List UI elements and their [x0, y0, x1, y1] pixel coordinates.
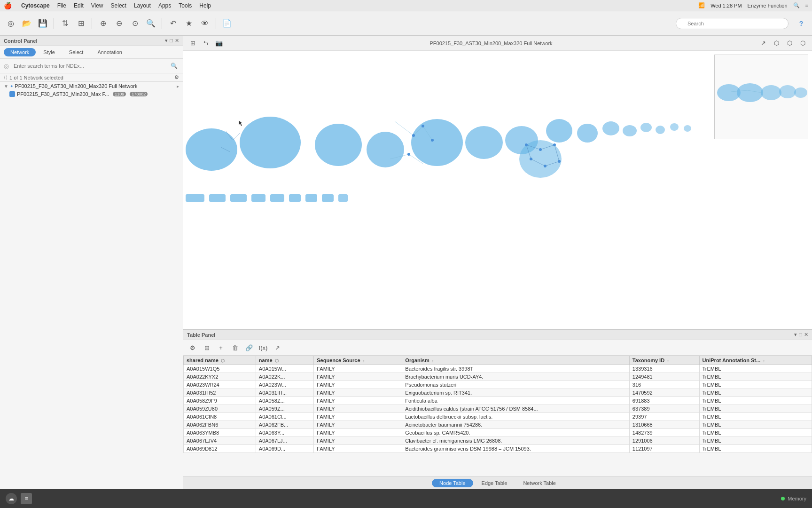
ndex-search-input[interactable]	[11, 61, 167, 71]
network-sub-item[interactable]: PF00215_F30_AST30_Min200_Max F... 1109 1…	[0, 90, 183, 98]
open-file-icon[interactable]: 📂	[20, 16, 34, 31]
menu-file[interactable]: File	[57, 2, 66, 9]
col-taxonomy-id[interactable]: Taxonomy ID ↕	[629, 356, 699, 365]
table-panel-header: Table Panel ▾ □ ✕	[183, 330, 812, 340]
cloud-icon[interactable]: ☁	[6, 493, 17, 504]
cell-sequence-source: FAMILY	[314, 405, 402, 413]
tab-style[interactable]: Style	[37, 48, 61, 56]
small-cluster-4	[251, 194, 265, 202]
panel-close-icon[interactable]: ✕	[175, 38, 179, 44]
table-function-icon[interactable]: f(x)	[258, 342, 269, 353]
menu-apps[interactable]: Apps	[158, 2, 171, 9]
network-canvas[interactable]	[183, 51, 812, 329]
table-row[interactable]: A0A022KYX2 A0A022K... FAMILY Brachybacte…	[184, 373, 812, 381]
small-cluster-5	[270, 194, 284, 202]
table-row[interactable]: A0A023WR24 A0A023W... FAMILY Pseudomonas…	[184, 381, 812, 389]
table-panel-maximize-icon[interactable]: □	[799, 332, 802, 338]
star-icon[interactable]: ★	[182, 16, 196, 31]
camera-icon[interactable]: 📷	[213, 38, 225, 49]
network-cluster-12	[640, 123, 652, 132]
table-delete-row-icon[interactable]: 🗑	[229, 342, 241, 353]
eye-icon[interactable]: 👁	[198, 16, 212, 31]
table-columns-icon[interactable]: ⊟	[201, 342, 212, 353]
save-icon[interactable]: 💾	[36, 16, 50, 31]
panel-maximize-icon[interactable]: □	[170, 38, 173, 44]
share-icon[interactable]: ⇆	[200, 38, 211, 49]
menu-tools[interactable]: Tools	[179, 2, 192, 9]
menubar-search-icon[interactable]: 🔍	[793, 2, 800, 8]
table-row[interactable]: A0A069D812 A0A069D... FAMILY Bacteroides…	[184, 445, 812, 453]
app-name[interactable]: Cytoscape	[21, 2, 50, 9]
table-panel-dropdown-icon[interactable]: ▾	[794, 332, 797, 338]
small-cluster-9	[338, 194, 348, 202]
layout-icon[interactable]: ⬡	[797, 38, 808, 49]
col-shared-name[interactable]: shared name ⬡	[184, 356, 256, 365]
expand-icon[interactable]: ▸	[177, 84, 179, 89]
export-network-icon[interactable]: ↗	[757, 38, 769, 49]
undo-icon[interactable]: ↶	[166, 16, 180, 31]
table-row[interactable]: A0A062FBN6 A0A062FB... FAMILY Acinetobac…	[184, 421, 812, 429]
cursor-svg	[239, 120, 244, 126]
table-wrapper[interactable]: shared name ⬡ name ⬡ Sequence Source ↕	[183, 356, 812, 476]
select-nodes-icon[interactable]: ⬡	[771, 38, 782, 49]
export-icon[interactable]: 📄	[220, 16, 234, 31]
tab-edge-table[interactable]: Edge Table	[474, 479, 515, 487]
menu-select[interactable]: Select	[111, 2, 126, 9]
menu-layout[interactable]: Layout	[134, 2, 151, 9]
grid-view-icon[interactable]: ⊞	[187, 38, 198, 49]
import-icon[interactable]: ⇅	[58, 16, 72, 31]
help-icon[interactable]: ?	[794, 16, 808, 31]
table-row[interactable]: A0A015W1Q5 A0A015W... FAMILY Bacteroides…	[184, 365, 812, 373]
zoom-out-icon[interactable]: ⊖	[112, 16, 126, 31]
grid-icon[interactable]: ⊞	[74, 16, 88, 31]
toolbar-search-input[interactable]	[676, 18, 789, 29]
zoom-fit-icon[interactable]: ⊙	[128, 16, 142, 31]
table-row[interactable]: A0A059ZU80 A0A059Z... FAMILY Acidithioba…	[184, 405, 812, 413]
network-cluster-10	[602, 121, 619, 135]
tab-network-table[interactable]: Network Table	[515, 479, 563, 487]
table-settings-icon[interactable]: ⚙	[187, 342, 198, 353]
network-item-parent[interactable]: ▼ ● PF00215_F30_AST30_Min200_Max320 Full…	[0, 82, 183, 90]
table-row[interactable]: A0A061CIN8 A0A061Cl... FAMILY Lactobacil…	[184, 413, 812, 421]
table-row[interactable]: A0A058Z9F9 A0A058Z... FAMILY Fonticula a…	[184, 397, 812, 405]
table-row[interactable]: A0A031IH52 A0A031IH... FAMILY Exiguobact…	[184, 389, 812, 397]
toolbar-separator-1	[54, 18, 54, 29]
menu-view[interactable]: View	[91, 2, 103, 9]
panel-dropdown-icon[interactable]: ▾	[165, 38, 168, 44]
col-sequence-source[interactable]: Sequence Source ↕	[314, 356, 402, 365]
table-row[interactable]: A0A067LJV4 A0A067LJ... FAMILY Clavibacte…	[184, 437, 812, 445]
col-name[interactable]: name ⬡	[256, 356, 313, 365]
table-export-icon[interactable]: ↗	[272, 342, 283, 353]
menubar-list-icon[interactable]: ≡	[805, 3, 808, 8]
tab-network[interactable]: Network	[4, 48, 36, 56]
expand-collapse-icon[interactable]: ⟨⟩	[4, 75, 8, 80]
network-view-icon[interactable]: ◎	[4, 16, 18, 31]
node-count-badge: 1109	[113, 92, 126, 96]
table-row[interactable]: A0A063YMB8 A0A063Y... FAMILY Geobacillus…	[184, 429, 812, 437]
network-parent-label: PF00215_F30_AST30_Min200_Max320 Full Net…	[15, 83, 137, 89]
menu-edit[interactable]: Edit	[74, 2, 84, 9]
zoom-in-icon[interactable]: ⊕	[96, 16, 110, 31]
col-organism[interactable]: Organism ↕	[402, 356, 629, 365]
apple-menu[interactable]: 🍎	[4, 2, 12, 9]
network-info-bar: ⟨⟩ 1 of 1 Network selected ⚙	[0, 73, 183, 82]
svg-point-15	[544, 165, 547, 167]
zoom-selected-icon[interactable]: 🔍	[144, 16, 158, 31]
svg-marker-27	[239, 120, 242, 126]
cell-sequence-source: FAMILY	[314, 413, 402, 421]
col-uniprot[interactable]: UniProt Annotation St... ↕	[699, 356, 812, 365]
small-cluster-2	[209, 194, 226, 202]
network-settings-icon[interactable]: ⚙	[174, 74, 179, 80]
table-link-icon[interactable]: 🔗	[243, 342, 255, 353]
tab-node-table[interactable]: Node Table	[432, 479, 473, 487]
memory-indicator[interactable]: Memory	[781, 496, 806, 501]
tab-annotation[interactable]: Annotation	[91, 48, 129, 56]
list-icon[interactable]: ≡	[21, 493, 32, 504]
hide-edges-icon[interactable]: ⬡	[784, 38, 795, 49]
table-panel-close-icon[interactable]: ✕	[804, 332, 808, 338]
tree-toggle-icon[interactable]: ▼	[4, 84, 8, 89]
table-add-row-icon[interactable]: +	[215, 342, 226, 353]
menu-help[interactable]: Help	[199, 2, 211, 9]
tab-select[interactable]: Select	[62, 48, 90, 56]
search-submit-button[interactable]: 🔍	[169, 61, 179, 71]
